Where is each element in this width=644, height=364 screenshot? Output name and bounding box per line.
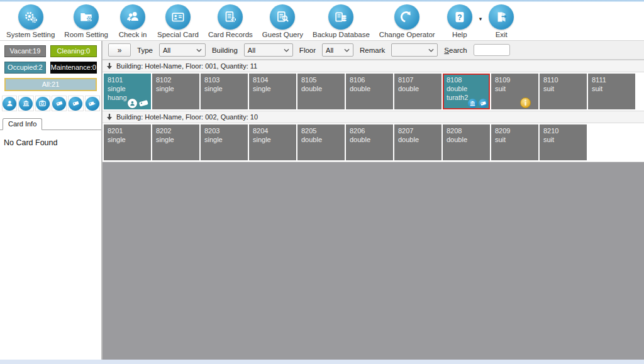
- room-card-8104[interactable]: 8104single: [249, 74, 296, 109]
- quick-action-person-icon[interactable]: [2, 96, 17, 111]
- floor-header-label: Building: Hotel-Name, Floor: 002, Quanti…: [116, 113, 258, 121]
- toolbar: System SettingRoom SettingCheck inSpecia…: [0, 2, 644, 41]
- room-number: 8209: [495, 126, 538, 135]
- toolbar-button-help[interactable]: ?Help: [445, 4, 475, 38]
- status-badge-all[interactable]: All:21: [4, 78, 97, 91]
- room-card-8103[interactable]: 8103single: [201, 74, 248, 109]
- room-type: double: [350, 135, 393, 144]
- floor-header-2[interactable]: Building: Hotel-Name, Floor: 002, Quanti…: [103, 111, 644, 123]
- floor-select[interactable]: All: [322, 43, 353, 57]
- card-swipe-right-icon: [86, 97, 99, 111]
- toolbar-button-system-setting[interactable]: System Setting: [6, 4, 55, 38]
- type-select[interactable]: All: [159, 43, 206, 57]
- room-card-8102[interactable]: 8102single: [152, 74, 199, 109]
- room-type: suit: [495, 84, 538, 93]
- room-number: 8106: [350, 75, 393, 84]
- records-gear-icon: [218, 4, 243, 30]
- toolbar-button-label: Room Setting: [64, 31, 108, 38]
- toolbar-button-label: Special Card: [157, 31, 199, 38]
- floor-label: Floor: [299, 47, 316, 54]
- room-badges: [128, 99, 149, 108]
- room-type: single: [253, 135, 296, 144]
- room-row-2: 8201single8202single8203single8204single…: [103, 123, 644, 162]
- sidebar: Vacant:19Cleaning:0Occupied:2Maintenance…: [0, 41, 103, 360]
- room-status-summary: Vacant:19Cleaning:0Occupied:2Maintenance…: [0, 45, 101, 91]
- room-number: 8105: [301, 75, 345, 84]
- room-card-8208[interactable]: 8208double: [443, 124, 490, 160]
- building-icon: [19, 97, 33, 111]
- expand-filters-button[interactable]: »: [108, 43, 131, 57]
- person-badge-icon: [128, 99, 137, 108]
- quick-action-camera-icon[interactable]: [35, 96, 50, 111]
- room-type: double: [398, 84, 441, 93]
- card-info-status: No Card Found: [0, 130, 101, 155]
- tab-card-info[interactable]: Card Info: [3, 118, 42, 130]
- room-card-8107[interactable]: 8107double: [394, 74, 441, 109]
- room-type: double: [398, 135, 441, 144]
- card-tag-icon: [69, 97, 82, 111]
- chevron-down-icon: [284, 48, 289, 52]
- status-badge-occupied[interactable]: Occupied:2: [4, 62, 46, 74]
- room-card-8210[interactable]: 8210suit: [540, 124, 587, 160]
- room-card-8205[interactable]: 8205double: [297, 124, 345, 160]
- room-card-8111[interactable]: 8111suit: [588, 74, 635, 109]
- remark-select[interactable]: [391, 43, 438, 57]
- camera-icon: [36, 97, 50, 111]
- collapse-arrow-icon: [106, 62, 113, 70]
- floor-header-1[interactable]: Building: Hotel-Name, Floor: 001, Quanti…: [103, 60, 644, 72]
- quick-action-card-swipe-right-icon[interactable]: [85, 96, 100, 111]
- toolbar-button-card-records[interactable]: Card Records: [208, 4, 253, 38]
- room-number: 8111: [592, 75, 635, 84]
- status-badge-vacant[interactable]: Vacant:19: [4, 45, 46, 57]
- quick-action-building-icon[interactable]: [18, 96, 33, 111]
- room-number: 8207: [398, 126, 441, 135]
- room-number: 8107: [398, 75, 441, 84]
- toolbar-button-change-operator[interactable]: Change Operator: [379, 4, 435, 38]
- room-card-8201[interactable]: 8201single: [104, 124, 151, 160]
- toolbar-button-check-in[interactable]: Check in: [118, 4, 148, 38]
- toolbar-button-label: Guest Query: [262, 31, 303, 38]
- folder-gear-icon: [74, 4, 99, 30]
- card-tag-white-icon: [138, 99, 149, 108]
- toolbar-button-exit[interactable]: Exit: [486, 4, 516, 38]
- room-card-8202[interactable]: 8202single: [152, 124, 199, 160]
- floor-header-label: Building: Hotel-Name, Floor: 001, Quanti…: [116, 62, 257, 70]
- room-card-8209[interactable]: 8209suit: [491, 124, 538, 160]
- toolbar-button-label: Backup Database: [313, 31, 370, 38]
- room-card-8110[interactable]: 8110suit: [540, 74, 587, 109]
- status-badge-maintenance[interactable]: Maintenance:0: [50, 62, 97, 74]
- room-card-8106[interactable]: 8106double: [346, 74, 393, 109]
- room-card-8109[interactable]: 8109suit: [491, 74, 538, 109]
- room-card-8108[interactable]: 8108doubleturath2: [443, 74, 490, 109]
- room-number: 8204: [253, 126, 296, 135]
- toolbar-button-guest-query[interactable]: Guest Query: [262, 4, 303, 38]
- database-icon: [328, 4, 353, 30]
- quick-action-card-tag-icon[interactable]: [68, 96, 83, 111]
- quick-action-card-swipe-left-icon[interactable]: [52, 96, 67, 111]
- room-type: double: [350, 84, 393, 93]
- toolbar-button-special-card[interactable]: Special Card: [157, 4, 199, 38]
- room-card-8203[interactable]: 8203single: [201, 124, 248, 160]
- caret-down-icon[interactable]: ▾: [479, 16, 482, 22]
- filter-bar: » Type All Building All Floor All Remark: [103, 41, 644, 60]
- room-card-8204[interactable]: 8204single: [249, 124, 296, 160]
- room-number: 8201: [108, 126, 151, 135]
- room-card-8105[interactable]: 8105double: [297, 74, 345, 109]
- door-exit-icon: [489, 4, 514, 30]
- toolbar-button-room-setting[interactable]: Room Setting: [64, 4, 108, 38]
- room-number: 8102: [156, 75, 199, 84]
- room-card-8207[interactable]: 8207double: [394, 124, 441, 160]
- room-card-8101[interactable]: 8101singlehuang: [104, 74, 151, 109]
- room-number: 8206: [350, 126, 393, 135]
- chevron-down-icon: [428, 48, 434, 52]
- toolbar-button-backup-database[interactable]: Backup Database: [313, 4, 370, 38]
- room-type: single: [156, 135, 199, 144]
- type-select-value: All: [163, 47, 170, 54]
- search-input[interactable]: [474, 44, 510, 56]
- status-badge-cleaning[interactable]: Cleaning:0: [50, 45, 97, 57]
- floor-select-value: All: [326, 47, 333, 54]
- building-select[interactable]: All: [244, 43, 293, 57]
- room-card-8206[interactable]: 8206double: [346, 124, 393, 160]
- room-number: 8203: [204, 126, 248, 135]
- card-info-tab-strip: Card Info: [0, 117, 101, 130]
